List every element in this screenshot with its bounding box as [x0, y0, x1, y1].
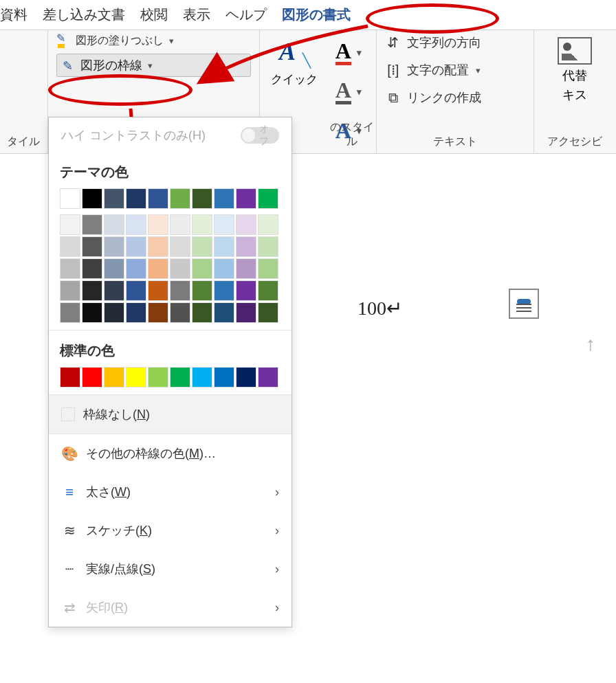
color-swatch[interactable] [60, 258, 80, 279]
color-swatch[interactable] [126, 258, 146, 279]
color-swatch[interactable] [214, 214, 234, 235]
color-swatch[interactable] [170, 188, 190, 209]
color-swatch[interactable] [192, 188, 212, 209]
tab-shape-format[interactable]: 図形の書式 [282, 5, 351, 24]
color-swatch[interactable] [236, 258, 256, 279]
wordart-quick-icon[interactable]: A╲ [279, 37, 309, 67]
color-swatch[interactable] [82, 258, 102, 279]
more-colors-item[interactable]: 🎨 その他の枠線の色(M)… [49, 434, 292, 473]
color-swatch[interactable] [258, 188, 278, 209]
text-outline-button[interactable]: A▾ [336, 79, 361, 104]
theme-colors-title: テーマの色 [60, 163, 280, 181]
color-swatch[interactable] [148, 280, 168, 301]
color-swatch[interactable] [126, 302, 146, 323]
color-swatch[interactable] [214, 188, 234, 209]
color-swatch[interactable] [126, 188, 146, 209]
alt-text-icon[interactable] [558, 37, 592, 65]
color-swatch[interactable] [192, 302, 212, 323]
color-swatch[interactable] [60, 367, 80, 388]
color-swatch[interactable] [82, 236, 102, 257]
color-swatch[interactable] [236, 302, 256, 323]
layout-options-button[interactable] [509, 289, 539, 319]
color-swatch[interactable] [104, 214, 124, 235]
color-swatch[interactable] [104, 258, 124, 279]
text-align-button[interactable]: [⁞] 文字の配置 ▾ [385, 62, 525, 78]
color-swatch[interactable] [82, 302, 102, 323]
color-swatch[interactable] [258, 280, 278, 301]
color-swatch[interactable] [214, 280, 234, 301]
color-swatch[interactable] [258, 236, 278, 257]
color-swatch[interactable] [60, 236, 80, 257]
color-swatch[interactable] [126, 367, 146, 388]
color-swatch[interactable] [170, 236, 190, 257]
color-swatch[interactable] [82, 367, 102, 388]
color-swatch[interactable] [104, 280, 124, 301]
color-swatch[interactable] [192, 236, 212, 257]
sketch-item[interactable]: ≋ スケッチ(K) › [49, 511, 292, 550]
theme-colors-section: テーマの色 [49, 152, 292, 330]
color-swatch[interactable] [236, 280, 256, 301]
color-swatch[interactable] [170, 280, 190, 301]
color-swatch[interactable] [258, 258, 278, 279]
color-swatch[interactable] [236, 236, 256, 257]
color-swatch[interactable] [82, 214, 102, 235]
color-swatch[interactable] [192, 367, 212, 388]
color-swatch[interactable] [126, 280, 146, 301]
shape-fill-button[interactable]: 図形の塗りつぶし ▾ [56, 33, 251, 48]
tab-references[interactable]: 資料 [0, 5, 28, 24]
color-swatch[interactable] [170, 367, 190, 388]
group-label-text: テキスト [377, 135, 534, 149]
color-swatch[interactable] [214, 258, 234, 279]
color-swatch[interactable] [60, 280, 80, 301]
color-swatch[interactable] [214, 367, 234, 388]
tab-review[interactable]: 校閲 [140, 5, 168, 24]
color-swatch[interactable] [148, 214, 168, 235]
high-contrast-toggle[interactable]: オフ [241, 127, 279, 144]
arrows-label: 矢印(R) [86, 599, 128, 616]
color-swatch[interactable] [236, 188, 256, 209]
color-swatch[interactable] [236, 214, 256, 235]
color-swatch[interactable] [258, 214, 278, 235]
color-swatch[interactable] [60, 214, 80, 235]
color-swatch[interactable] [214, 302, 234, 323]
color-swatch[interactable] [60, 302, 80, 323]
text-fill-button[interactable]: A▾ [336, 40, 361, 65]
ribbon-tabs: 資料 差し込み文書 校閲 表示 ヘルプ 図形の書式 [0, 0, 616, 30]
weight-item[interactable]: ≡ 太さ(W) › [49, 473, 292, 511]
text-direction-button[interactable]: ⇵ 文字列の方向 [385, 34, 525, 51]
color-swatch[interactable] [82, 188, 102, 209]
color-swatch[interactable] [214, 236, 234, 257]
color-swatch[interactable] [82, 280, 102, 301]
color-swatch[interactable] [192, 258, 212, 279]
shape-outline-button[interactable]: 図形の枠線 ▾ [56, 54, 251, 77]
color-swatch[interactable] [104, 188, 124, 209]
color-swatch[interactable] [236, 367, 256, 388]
color-swatch[interactable] [192, 280, 212, 301]
tab-help[interactable]: ヘルプ [226, 5, 267, 24]
high-contrast-row[interactable]: ハイ コントラストのみ(H) オフ [49, 117, 292, 152]
color-swatch[interactable] [104, 236, 124, 257]
color-swatch[interactable] [170, 302, 190, 323]
color-swatch[interactable] [148, 367, 168, 388]
create-link-button[interactable]: ⧉ リンクの作成 [385, 89, 525, 106]
color-swatch[interactable] [258, 302, 278, 323]
color-swatch[interactable] [104, 302, 124, 323]
color-swatch[interactable] [148, 236, 168, 257]
standard-colors-title: 標準の色 [60, 342, 280, 360]
color-swatch[interactable] [148, 302, 168, 323]
color-swatch[interactable] [258, 367, 278, 388]
tab-mailings[interactable]: 差し込み文書 [43, 5, 125, 24]
text-align-icon: [⁞] [385, 62, 402, 78]
color-swatch[interactable] [148, 258, 168, 279]
color-swatch[interactable] [60, 188, 80, 209]
color-swatch[interactable] [126, 236, 146, 257]
color-swatch[interactable] [170, 258, 190, 279]
color-swatch[interactable] [148, 188, 168, 209]
color-swatch[interactable] [192, 214, 212, 235]
tab-view[interactable]: 表示 [183, 5, 210, 24]
color-swatch[interactable] [170, 214, 190, 235]
no-outline-item[interactable]: 枠線なし(N) [49, 395, 292, 434]
color-swatch[interactable] [126, 214, 146, 235]
color-swatch[interactable] [104, 367, 124, 388]
dashes-item[interactable]: ┈ 実線/点線(S) › [49, 550, 292, 588]
